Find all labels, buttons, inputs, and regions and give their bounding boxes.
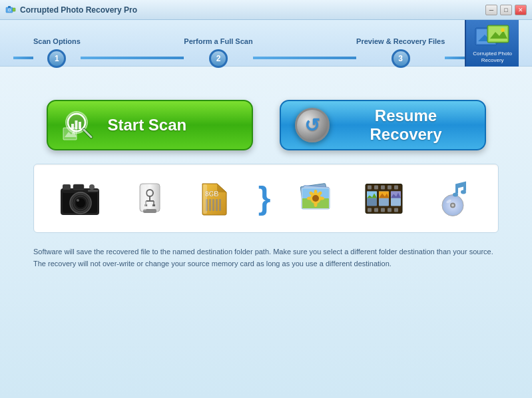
svg-rect-43 xyxy=(141,185,146,210)
logo-area: Corrupted Photo Recovery xyxy=(465,20,519,67)
svg-rect-48 xyxy=(219,199,221,211)
audio-icon-container xyxy=(431,177,475,220)
usb-drive-icon-container xyxy=(130,178,170,218)
svg-rect-68 xyxy=(388,185,392,189)
svg-rect-70 xyxy=(368,208,372,212)
camera-icon xyxy=(57,175,104,222)
svg-point-59 xyxy=(314,202,318,207)
audio-icon xyxy=(431,177,475,220)
buttons-row: Start Scan Resume Recovery xyxy=(27,100,505,150)
step-3-label: Preview & Recovery Files xyxy=(356,37,445,45)
svg-line-19 xyxy=(84,130,91,137)
start-scan-label: Start Scan xyxy=(108,116,187,134)
step-3-circle: 3 xyxy=(392,49,410,68)
svg-rect-30 xyxy=(63,184,71,190)
photos-icon xyxy=(296,178,336,218)
title-bar: Corrupted Photo Recovery Pro ─ □ ✕ xyxy=(0,0,532,20)
recovery-icon xyxy=(295,108,330,142)
svg-rect-29 xyxy=(73,184,84,190)
main-content: Start Scan Resume Recovery xyxy=(0,67,532,398)
step-2-label: Perform a Full Scan xyxy=(184,37,252,45)
svg-point-88 xyxy=(461,190,466,194)
svg-rect-17 xyxy=(79,122,81,129)
close-button[interactable]: ✕ xyxy=(515,5,527,15)
bracket-icon-container: } xyxy=(258,182,271,214)
svg-point-58 xyxy=(314,190,318,195)
logo-text: Corrupted Photo Recovery xyxy=(473,51,512,63)
svg-text:8GB: 8GB xyxy=(205,190,219,198)
svg-rect-4 xyxy=(13,8,15,11)
svg-rect-47 xyxy=(216,199,218,211)
usb-drive-icon xyxy=(130,178,170,218)
svg-point-61 xyxy=(319,197,324,200)
step-line-before-1 xyxy=(13,57,33,59)
svg-rect-71 xyxy=(374,208,378,212)
resume-recovery-icon-area xyxy=(294,107,330,143)
step-1-circle: 1 xyxy=(47,49,66,68)
svg-point-60 xyxy=(307,197,312,200)
svg-point-86 xyxy=(451,204,454,206)
svg-rect-46 xyxy=(212,199,214,211)
minimize-button[interactable]: ─ xyxy=(485,5,497,15)
svg-rect-74 xyxy=(394,208,398,212)
steps-row: Scan Options 1 Perform a Full Scan 2 Pre… xyxy=(13,19,465,68)
step-line-2-3 xyxy=(253,57,356,59)
resume-recovery-label: Resume Recovery xyxy=(341,106,471,144)
svg-rect-67 xyxy=(381,185,385,189)
step-1: Scan Options 1 xyxy=(33,37,81,68)
svg-point-31 xyxy=(89,184,95,190)
app-title: Corrupted Photo Recovery Pro xyxy=(20,5,137,15)
svg-point-3 xyxy=(9,9,11,11)
svg-rect-41 xyxy=(152,204,155,206)
maximize-button[interactable]: □ xyxy=(500,5,512,15)
scan-icon xyxy=(62,108,97,142)
camera-icon-container xyxy=(57,175,104,222)
svg-rect-33 xyxy=(63,190,97,193)
step-1-label: Scan Options xyxy=(33,37,81,45)
start-scan-button[interactable]: Start Scan xyxy=(47,100,253,150)
svg-point-12 xyxy=(501,28,505,32)
svg-point-57 xyxy=(312,195,319,202)
svg-point-28 xyxy=(77,199,79,202)
title-bar-left: Corrupted Photo Recovery Pro xyxy=(5,5,137,15)
icons-panel: 8GB } xyxy=(33,164,499,233)
svg-rect-66 xyxy=(374,185,378,189)
photos-icon-container xyxy=(296,178,336,218)
right-bracket-icon: } xyxy=(258,182,271,214)
film-icon-container xyxy=(362,177,405,220)
sd-card-icon: 8GB xyxy=(196,180,232,217)
app-icon-small xyxy=(5,5,16,15)
step-2: Perform a Full Scan 2 xyxy=(184,37,252,68)
step-2-circle: 2 xyxy=(209,49,228,68)
start-scan-icon-area xyxy=(61,107,97,143)
film-icon xyxy=(362,177,405,220)
svg-rect-65 xyxy=(368,185,372,189)
step-line-after-3 xyxy=(445,57,465,59)
logo-icon xyxy=(474,23,511,51)
info-text: Software will save the recovered file to… xyxy=(27,246,505,270)
svg-rect-73 xyxy=(388,208,392,212)
svg-rect-69 xyxy=(394,185,398,189)
svg-rect-1 xyxy=(8,6,11,8)
sd-card-icon-container: 8GB xyxy=(196,180,232,217)
svg-rect-50 xyxy=(203,184,207,214)
step-line-1-2 xyxy=(81,57,184,59)
steps-bar: Scan Options 1 Perform a Full Scan 2 Pre… xyxy=(0,20,532,67)
svg-point-87 xyxy=(453,192,458,196)
resume-recovery-button[interactable]: Resume Recovery xyxy=(280,100,486,150)
svg-rect-45 xyxy=(209,199,211,211)
title-bar-controls: ─ □ ✕ xyxy=(485,5,527,15)
step-3: Preview & Recovery Files 3 xyxy=(356,37,445,68)
svg-rect-72 xyxy=(381,208,385,212)
